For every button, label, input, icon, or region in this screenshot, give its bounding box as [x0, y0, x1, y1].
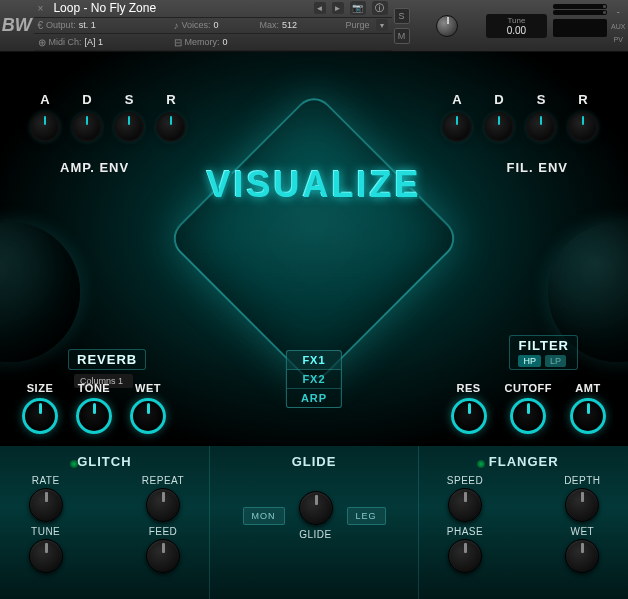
reverb-title: REVERB: [77, 352, 137, 367]
fx-panel: GLITCH RATE REPEAT TUNE FEED GLIDE MON G…: [0, 446, 628, 599]
preset-name[interactable]: Loop - No Fly Zone: [49, 1, 307, 15]
voices-max-value[interactable]: 512: [282, 20, 297, 30]
aux-column: - AUX PV: [609, 0, 628, 51]
glitch-section: GLITCH RATE REPEAT TUNE FEED: [0, 446, 210, 599]
glitch-rate-label: RATE: [32, 475, 60, 486]
snapshot-button[interactable]: 📷: [350, 1, 366, 15]
filter-section-header: FILTER HP LP: [509, 335, 578, 370]
midi-label: Midi Ch:: [49, 37, 82, 47]
purge-menu[interactable]: ▾: [376, 19, 388, 31]
flanger-speed-label: SPEED: [447, 475, 483, 486]
tune-label: Tune: [507, 16, 525, 25]
bg-orb-left: [0, 222, 80, 362]
glitch-feed-label: FEED: [149, 526, 178, 537]
amp-adsr-row: A D S R: [30, 112, 186, 142]
filter-res-knob[interactable]: [451, 398, 487, 434]
glitch-tune-label: TUNE: [31, 526, 60, 537]
filter-lp-button[interactable]: LP: [545, 355, 566, 367]
reverb-knob-row: SIZE TONE WET: [22, 382, 166, 434]
filter-amt-knob[interactable]: [570, 398, 606, 434]
res-label: RES: [457, 382, 481, 394]
meter-l: [553, 4, 607, 9]
purge-button[interactable]: Purge: [346, 20, 370, 30]
cutoff-label: CUTOFF: [505, 382, 552, 394]
glitch-rate-knob[interactable]: [29, 488, 63, 522]
glitch-repeat-knob[interactable]: [146, 488, 180, 522]
tune-value[interactable]: 0.00: [507, 25, 526, 36]
fil-attack-knob[interactable]: A: [442, 112, 472, 142]
midi-value[interactable]: [A] 1: [85, 37, 104, 47]
mute-button[interactable]: M: [394, 28, 410, 44]
level-meters: [551, 0, 609, 51]
fx2-tab[interactable]: FX2: [287, 370, 341, 389]
flanger-section: FLANGER SPEED DEPTH PHASE WET: [419, 446, 628, 599]
fil-env-label: FIL. ENV: [507, 160, 568, 175]
flanger-phase-knob[interactable]: [448, 539, 482, 573]
output-value[interactable]: st. 1: [79, 20, 96, 30]
volume-slider[interactable]: [553, 19, 607, 37]
size-label: SIZE: [27, 382, 53, 394]
flanger-speed-knob[interactable]: [448, 488, 482, 522]
flanger-depth-knob[interactable]: [565, 488, 599, 522]
amp-env-label: AMP. ENV: [60, 160, 129, 175]
fx-tab-group: FX1 FX2 ARP: [286, 350, 342, 408]
memory-label: Memory:: [185, 37, 220, 47]
filter-hp-button[interactable]: HP: [518, 355, 541, 367]
arp-tab[interactable]: ARP: [287, 389, 341, 407]
next-preset-button[interactable]: ►: [332, 2, 344, 14]
tune-knob[interactable]: [436, 15, 458, 37]
filter-knob-row: RES CUTOFF AMT: [451, 382, 606, 434]
tune-column: [412, 0, 483, 51]
instrument-title: VISUALIZE: [206, 164, 421, 206]
amp-release-knob[interactable]: R: [156, 112, 186, 142]
flanger-title: FLANGER: [489, 454, 559, 469]
voices-value: 0: [214, 20, 219, 30]
brand-logo: BW: [0, 0, 34, 51]
reverb-section-header: REVERB: [68, 349, 146, 370]
glide-knob-label: GLIDE: [299, 529, 332, 540]
glitch-title: GLITCH: [77, 454, 131, 469]
fil-decay-knob[interactable]: D: [484, 112, 514, 142]
main-panel: VISUALIZE A D S R A D S R AMP. ENV FIL. …: [0, 52, 628, 446]
meter-r: [553, 10, 607, 15]
glide-title: GLIDE: [292, 454, 337, 469]
reverb-size-knob[interactable]: [22, 398, 58, 434]
fx1-tab[interactable]: FX1: [287, 351, 341, 370]
filter-cutoff-knob[interactable]: [510, 398, 546, 434]
flanger-wet-label: WET: [570, 526, 594, 537]
glide-knob[interactable]: [299, 491, 333, 525]
tone-label: TONE: [78, 382, 110, 394]
solo-button[interactable]: S: [394, 8, 410, 24]
flanger-wet-knob[interactable]: [565, 539, 599, 573]
bg-crystal: [166, 90, 463, 387]
amp-decay-knob[interactable]: D: [72, 112, 102, 142]
aux-button[interactable]: AUX: [611, 23, 625, 30]
voices-max-label: Max:: [260, 20, 280, 30]
amt-label: AMT: [575, 382, 600, 394]
filter-title: FILTER: [518, 338, 569, 353]
info-button[interactable]: ⓘ: [372, 1, 388, 15]
fil-release-knob[interactable]: R: [568, 112, 598, 142]
glitch-enable-led[interactable]: [70, 460, 78, 468]
pv-button[interactable]: PV: [614, 36, 623, 43]
wet-label: WET: [135, 382, 161, 394]
amp-sustain-knob[interactable]: S: [114, 112, 144, 142]
instrument-header: BW × Loop - No Fly Zone ◄ ► 📷 ⓘ € Output…: [0, 0, 628, 52]
glitch-feed-knob[interactable]: [146, 539, 180, 573]
minimize-button[interactable]: -: [617, 6, 620, 17]
flanger-phase-label: PHASE: [447, 526, 483, 537]
fil-sustain-knob[interactable]: S: [526, 112, 556, 142]
glitch-tune-knob[interactable]: [29, 539, 63, 573]
glide-mono-button[interactable]: MON: [243, 507, 285, 525]
amp-attack-knob[interactable]: A: [30, 112, 60, 142]
glide-legato-button[interactable]: LEG: [347, 507, 386, 525]
header-controls: × Loop - No Fly Zone ◄ ► 📷 ⓘ € Output: s…: [34, 0, 392, 51]
memory-value: 0: [223, 37, 228, 47]
voices-label: Voices:: [182, 20, 211, 30]
fil-adsr-row: A D S R: [442, 112, 598, 142]
prev-preset-button[interactable]: ◄: [314, 2, 326, 14]
flanger-enable-led[interactable]: [477, 460, 485, 468]
output-label: Output:: [46, 20, 76, 30]
reverb-wet-knob[interactable]: [130, 398, 166, 434]
reverb-tone-knob[interactable]: [76, 398, 112, 434]
